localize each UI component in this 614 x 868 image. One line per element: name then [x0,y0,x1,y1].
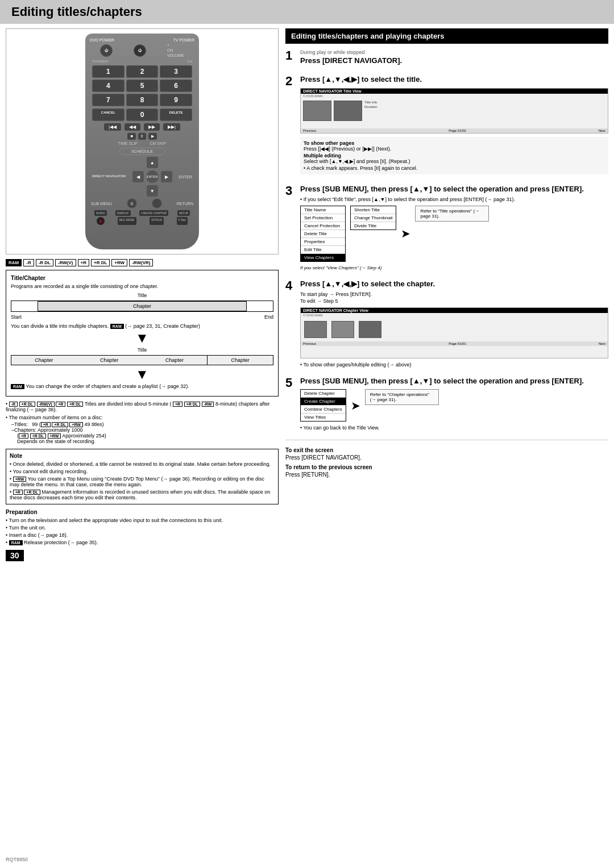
ch-label: CH [187,60,192,63]
skip-prev-btn[interactable]: |◀◀ [104,123,121,131]
depends-state: Depends on the state of recording. [17,439,279,444]
note-3: • +RW You can create a Top Menu using "C… [10,476,275,487]
menu-item-thumbnail: Change Thumbnail [351,214,396,222]
screen-nav-bar: Previous Page 01/02 Next [301,128,608,133]
preparation-section: Preparation • Turn on the television and… [6,509,279,545]
note-box: Note • Once deleted, divided or shortene… [6,449,279,504]
btn-2[interactable]: 2 [126,65,159,78]
sub-menu-label: SUB MENU [91,202,112,206]
step-1-subtitle: During play or while stopped [300,49,608,55]
step-2-num: 2 [285,75,292,87]
end-label: End [264,314,273,320]
prep-3: • Insert a disc (→ page 18). [6,532,279,538]
ch-bar-4: Chapter [207,355,273,365]
screen-body: Title info Duration [301,98,608,128]
to-start: To start play → Press [ENTER]. [300,291,608,297]
stop-btn[interactable]: ■ [127,133,135,140]
fast-fwd-btn[interactable]: ▶▶ [144,123,160,131]
direct-nav-label-area: DIRECT NAVIGATOR [92,174,126,178]
approx-254: (+R +R DL +RW Approximately 254) [17,433,279,439]
audio-btn[interactable]: AUDIO [94,210,107,216]
right-menu-box: Shorten Title Change Thumbnail Divide Ti… [350,206,396,230]
badge-rwvr: -RW(VR) [129,259,153,266]
bullet-note-2: • The maximum number of items on a disc: [6,415,279,420]
divider [285,440,608,440]
step-1-instruction: Press [DIRECT NAVIGATOR]. [300,56,608,66]
function-row: AUDIO DISPLAY CREATE CHAPTER SETUP [90,210,194,216]
chapters-row: Chapter Chapter Chapter Chapter [11,355,273,365]
btn-4[interactable]: 4 [92,80,125,92]
badge-plusrdl: +R DL [91,259,110,266]
rec-btn[interactable]: ● [97,217,105,225]
tv-power-btn[interactable]: ⏻ [134,44,146,57]
bullet-note-1: • -R +R DL -RW(V) +R +R DL Titles are di… [6,401,279,412]
btn-6[interactable]: 6 [160,80,192,92]
setup-btn[interactable]: SETUP [177,210,190,216]
badge-plusrw: +RW [111,259,127,266]
title-bar: Chapter [11,301,273,312]
create-chapter-item: Create Chapter [301,398,346,406]
btn-delete[interactable]: DELETE [160,108,192,121]
prep-2: • Turn the unit on. [6,525,279,531]
skip-next-btn[interactable]: ▶▶| [163,123,180,131]
timeslip-row: TIME SLIP CM SKIP [90,141,194,145]
btn-8[interactable]: 8 [126,94,159,106]
divide-note: You can divide a title into multiple cha… [11,323,273,329]
nav-left-btn[interactable]: ◀ [132,171,144,182]
display-btn[interactable]: DISPLAY [115,210,131,216]
enter-btn[interactable]: ENTER [146,170,159,183]
step-1-content: During play or while stopped Press [DIRE… [300,49,608,66]
dvd-power-btn[interactable]: ⏻ [100,44,113,57]
sub-menu-row: SUB MENU S RETURN [90,198,194,208]
btn-0[interactable]: 0 [126,108,159,121]
schedule-btn[interactable]: SCHEDULE [119,148,165,155]
nav-up-btn[interactable]: ▲ [147,157,158,168]
btn-7[interactable]: 7 [92,94,125,106]
note-2: • You cannot edit during recording. [10,469,275,474]
title-chapter-heading: Title/Chapter [11,275,273,281]
title-chapter-desc: Programs are recorded as a single title … [11,283,273,289]
combine-chapters-item: Combine Chapters [301,406,346,414]
nav-right-btn[interactable]: ▶ [161,171,172,182]
schedule-area: SCHEDULE [90,147,194,155]
prep-title: Preparation [6,509,279,515]
pause-btn[interactable]: II [138,133,146,140]
page-header: Editing titles/chapters [0,0,614,24]
btn-5[interactable]: 5 [126,80,159,92]
sub-menu-btn[interactable]: S [127,198,137,208]
ch-bar-3: Chapter [142,355,208,365]
screen-thumb-2 [334,101,362,121]
f-rec-btn[interactable]: F Rec [177,217,188,225]
page-number: 30 [6,550,24,561]
menu-item-set-prot: Set Protection [301,214,345,222]
step-3: 3 Press [SUB MENU], then press [▲,▼] to … [285,185,608,273]
menu-item-divide: Divide Title [351,222,396,229]
view-titles-note: • You can go back to the Title View. [300,425,608,431]
refer-box: Refer to "Title operations" (→ page 31). [415,206,489,222]
step-1-num: 1 [285,49,292,62]
status-btn[interactable]: STATUS [150,217,164,225]
step-4-instruction: Press [▲,▼,◀,▶] to select the chapter. [300,279,608,289]
create-chapter-btn[interactable]: CREATE CHAPTER [139,210,168,216]
start-end-labels: Start End [11,314,273,320]
btn-3[interactable]: 3 [160,65,192,78]
title-label2: Title [11,347,273,353]
page-number-footer: 30 [6,550,279,561]
playback-row: ■ II ▶ [90,133,194,140]
btn-cancel[interactable]: CANCEL [92,108,125,121]
rec-mode-btn[interactable]: REC MODE [118,217,136,225]
prep-4: • RAM Release protection (→ page 35). [6,540,279,545]
return-btn[interactable] [152,198,162,208]
play-btn[interactable]: ▶ [148,133,157,140]
nav-down-btn[interactable]: ▼ [147,185,158,197]
step-2-instruction: Press [▲,▼,◀,▶] to select the title. [300,75,608,85]
chapter-refer-box: Refer to "Chapter operations" (→ page 31… [365,389,439,405]
step-3-content: Press [SUB MENU], then press [▲,▼] to se… [300,185,608,270]
ram-badge-2: RAM [11,384,24,389]
btn-9[interactable]: 9 [160,94,192,106]
chapter-menu-arrow: ➤ [351,399,360,412]
delete-chapter-item: Delete Chapter [301,390,346,398]
slow-search-btn[interactable]: ◀◀ [125,123,140,131]
btn-1[interactable]: 1 [92,65,125,78]
step-5: 5 Press [SUB MENU], then press [▲,▼] to … [285,377,608,433]
